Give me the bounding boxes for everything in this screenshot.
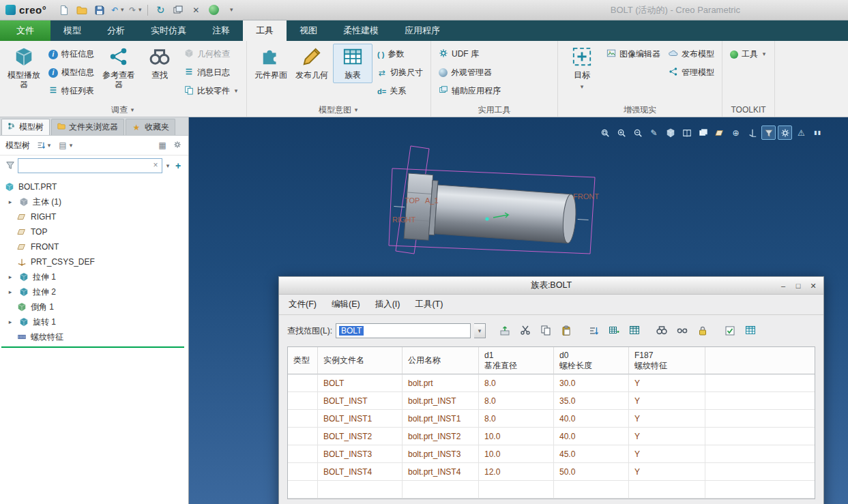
column-header-instance[interactable]: 实例文件名 — [318, 347, 403, 374]
dropdown-icon[interactable] — [233, 87, 239, 96]
message-log-button[interactable]: 消息日志 — [181, 64, 242, 81]
cell-d1[interactable]: 10.0 — [479, 445, 554, 463]
tree-item-thread[interactable]: 螺纹特征 — [0, 329, 188, 344]
model-player-button[interactable]: 模型播放器 — [4, 44, 44, 93]
add-filter-icon[interactable] — [173, 161, 183, 171]
tab-view[interactable]: 视图 — [287, 20, 330, 41]
cell-f187[interactable]: Y — [629, 428, 705, 445]
insert-here-indicator[interactable] — [1, 346, 184, 348]
table-row[interactable]: BOLT_INST3 bolt.prt_INST3 10.0 45.0 Y — [288, 445, 815, 463]
selection-filter-button[interactable] — [761, 125, 776, 140]
table-row[interactable]: BOLT_INST1 bolt.prt_INST1 8.0 40.0 Y — [288, 410, 815, 428]
cell-f187[interactable]: Y — [629, 445, 705, 463]
tree-item-csys[interactable]: PRT_CSYS_DEF — [0, 254, 188, 269]
column-header-type[interactable]: 类型 — [288, 347, 318, 374]
repaint-button[interactable] — [647, 125, 661, 140]
tab-model-tree[interactable]: 模型树 — [1, 119, 50, 135]
cell-d0[interactable]: 45.0 — [554, 445, 629, 463]
undo-dropdown-icon[interactable] — [119, 5, 125, 15]
tab-annotate[interactable]: 注释 — [199, 20, 243, 41]
switch-dimensions-button[interactable]: 切换尺寸 — [374, 64, 426, 81]
bolt-head[interactable] — [404, 173, 433, 240]
cell-instance[interactable]: BOLT_INST4 — [318, 463, 403, 481]
datum-label-top[interactable]: TOP — [405, 196, 420, 205]
cell-d1[interactable]: 8.0 — [479, 410, 554, 428]
feature-list-button[interactable]: 特征列表 — [45, 83, 98, 100]
toolkit-tools-button[interactable]: 工具 — [727, 46, 770, 63]
zoom-in-button[interactable] — [614, 125, 628, 140]
column-header-d0[interactable]: d0螺栓长度 — [554, 347, 629, 374]
funnel-icon[interactable] — [5, 160, 15, 172]
cell-instance[interactable]: BOLT_INST — [318, 392, 403, 410]
cell-type[interactable] — [288, 374, 318, 392]
target-button[interactable]: 目标 — [562, 44, 602, 95]
cell-type[interactable] — [288, 428, 318, 445]
cell-d1[interactable]: 8.0 — [479, 392, 554, 410]
find-button[interactable]: 查找 — [140, 44, 179, 83]
look-in-dropdown-button[interactable] — [474, 323, 486, 338]
datum-label-front[interactable]: FRONT — [573, 192, 599, 201]
datum-label-right[interactable]: RIGHT — [392, 216, 416, 224]
saved-orientations-button[interactable] — [679, 125, 694, 140]
column-header-common-name[interactable]: 公用名称 — [403, 347, 479, 374]
tree-filters-button[interactable] — [35, 139, 53, 151]
refit-button[interactable] — [598, 125, 612, 140]
tab-analysis[interactable]: 分析 — [94, 20, 138, 41]
open-button[interactable] — [74, 3, 90, 18]
edit-layout-button[interactable] — [742, 323, 759, 339]
dialog-title-bar[interactable]: 族表:BOLT — [279, 277, 823, 295]
tab-file[interactable]: 文件 — [0, 20, 50, 41]
cell-d1[interactable]: 8.0 — [479, 374, 554, 392]
tree-item-body[interactable]: 主体 (1) — [0, 194, 188, 209]
tree-item-part[interactable]: BOLT.PRT — [0, 179, 188, 194]
insert-row-button[interactable] — [605, 323, 622, 339]
realtime-capture-button[interactable] — [778, 125, 792, 140]
close-window-button[interactable] — [188, 3, 204, 18]
save-button[interactable] — [91, 3, 108, 18]
cell-instance[interactable]: BOLT_INST3 — [318, 445, 403, 463]
tree-columns-button[interactable] — [156, 139, 169, 151]
pause-button[interactable] — [810, 125, 825, 140]
cell-common-name[interactable]: bolt.prt_INST4 — [403, 463, 479, 481]
annotation-display-button[interactable] — [729, 125, 743, 140]
tree-item-extrude-2[interactable]: 拉伸 2 — [0, 284, 188, 299]
group-label-investigate[interactable]: 调查 — [1, 103, 245, 117]
table-row[interactable]: BOLT_INST bolt.prt_INST 8.0 35.0 Y — [288, 392, 815, 410]
lock-button[interactable] — [694, 323, 711, 339]
tree-search-input[interactable] — [18, 158, 162, 173]
expand-icon[interactable] — [5, 272, 15, 282]
publish-model-button[interactable]: 发布模型 — [665, 46, 718, 63]
cut-button[interactable] — [516, 323, 533, 339]
family-table-button[interactable]: 族表 — [333, 44, 372, 83]
view-manager-button[interactable] — [696, 125, 710, 140]
cell-f187[interactable]: Y — [629, 374, 705, 392]
column-header-f187[interactable]: F187螺纹特征 — [629, 347, 705, 374]
cell-instance[interactable]: BOLT_INST1 — [318, 410, 403, 428]
dropdown-icon[interactable] — [579, 83, 585, 92]
tree-item-datum-top[interactable]: TOP — [0, 224, 188, 239]
expand-icon[interactable] — [5, 317, 15, 327]
dialog-maximize-button[interactable] — [791, 280, 805, 292]
manage-models-button[interactable]: 管理模型 — [665, 64, 718, 81]
dropdown-icon[interactable] — [761, 50, 767, 59]
redo-button[interactable] — [127, 3, 143, 18]
cell-common-name[interactable]: bolt.prt_INST3 — [403, 445, 479, 463]
tree-item-revolve-1[interactable]: 旋转 1 — [0, 314, 188, 329]
cell-common-name[interactable]: bolt.prt_INST2 — [403, 428, 479, 445]
look-in-combobox[interactable]: BOLT — [336, 323, 471, 338]
cell-d0[interactable]: 35.0 — [554, 392, 629, 410]
expand-icon[interactable] — [5, 197, 15, 207]
search-options-icon[interactable] — [165, 161, 171, 171]
cell-d1[interactable]: 12.0 — [479, 463, 554, 481]
cell-common-name[interactable]: bolt.prt_INST — [403, 392, 479, 410]
tab-favorites[interactable]: 收藏夹 — [126, 119, 175, 135]
cell-instance[interactable]: BOLT — [318, 374, 403, 392]
cell-type[interactable] — [288, 445, 318, 463]
relations-button[interactable]: d=关系 — [374, 83, 426, 100]
regenerate-button[interactable] — [152, 3, 169, 18]
reference-viewer-button[interactable]: 参考查看器 — [99, 44, 138, 93]
cell-f187[interactable]: Y — [629, 410, 705, 428]
tab-applications[interactable]: 应用程序 — [392, 20, 453, 41]
spin-center-button[interactable] — [745, 125, 759, 140]
bolt-solid[interactable] — [392, 173, 594, 252]
